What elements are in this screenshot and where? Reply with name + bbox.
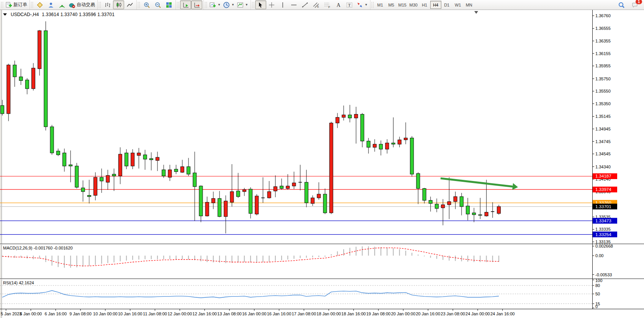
candle-body[interactable] (100, 177, 103, 181)
candle-body[interactable] (44, 31, 48, 127)
timeframe-m5-button[interactable]: M5 (386, 1, 397, 9)
candle-body[interactable] (342, 115, 346, 117)
candle-body[interactable] (392, 143, 395, 144)
market-watch-button[interactable] (34, 0, 45, 9)
notifications-button[interactable]: 1 (629, 0, 640, 9)
candle-body[interactable] (112, 174, 116, 176)
timeframe-m1-button[interactable]: M1 (375, 1, 386, 9)
search-button[interactable] (616, 0, 627, 9)
vertical-line-button[interactable] (277, 0, 288, 9)
timeframe-h1-button[interactable]: H1 (419, 1, 430, 9)
timeframe-mn-button[interactable]: MN (464, 1, 475, 9)
candle-body[interactable] (94, 177, 97, 195)
symbol-dropdown-icon[interactable] (3, 13, 7, 16)
candle-body[interactable] (478, 215, 482, 215)
timeframe-h4-button[interactable]: H4 (430, 1, 441, 9)
new-order-button[interactable]: 新订单 (4, 0, 28, 9)
zoom-out-button[interactable] (152, 0, 163, 9)
candle-body[interactable] (118, 154, 122, 176)
candle-body[interactable] (69, 165, 72, 166)
pane-separator[interactable] (0, 244, 644, 245)
candle-body[interactable] (317, 194, 321, 198)
data-window-button[interactable] (45, 0, 56, 9)
candle-body[interactable] (472, 213, 476, 215)
candle-body[interactable] (211, 199, 215, 203)
text-label-button[interactable]: T (344, 0, 355, 9)
new-chart-button[interactable]: ▼ (208, 0, 222, 9)
price-chart[interactable]: MACD(12,26,9) -0.001760 -0.001620RSI(14)… (0, 10, 644, 318)
arrows-button-dropdown-icon[interactable]: ▼ (365, 3, 368, 7)
candle-body[interactable] (236, 191, 240, 197)
chart-window[interactable]: USDCAD-,H4 1.33614 1.33740 1.33596 1.337… (0, 10, 644, 318)
profiles-button[interactable]: ▼ (222, 0, 236, 9)
candle-body[interactable] (280, 186, 283, 189)
timeframe-d1-button[interactable]: D1 (441, 1, 452, 9)
signals-button[interactable] (56, 0, 67, 9)
candlestick-chart-button[interactable] (113, 0, 124, 9)
candle-body[interactable] (466, 206, 470, 214)
candle-body[interactable] (354, 114, 358, 118)
candle-body[interactable] (137, 153, 141, 156)
candle-body[interactable] (305, 182, 308, 203)
candle-body[interactable] (423, 189, 426, 201)
candle-body[interactable] (267, 192, 271, 198)
candle-body[interactable] (460, 197, 463, 207)
zoom-in-button[interactable] (141, 0, 152, 9)
candle-body[interactable] (329, 123, 333, 213)
candle-body[interactable] (447, 202, 451, 205)
candle-body[interactable] (7, 65, 10, 114)
candle-body[interactable] (87, 196, 91, 197)
line-chart-button[interactable] (124, 0, 135, 9)
profiles-button-dropdown-icon[interactable]: ▼ (231, 3, 234, 7)
candle-body[interactable] (106, 175, 110, 182)
candle-body[interactable] (367, 141, 370, 147)
candle-body[interactable] (336, 117, 339, 123)
auto-scroll-button[interactable] (180, 0, 191, 9)
candle-body[interactable] (1, 106, 4, 114)
candle-body[interactable] (131, 153, 134, 166)
candle-body[interactable] (274, 187, 277, 191)
candle-body[interactable] (429, 201, 432, 204)
candle-body[interactable] (81, 188, 85, 192)
candle-body[interactable] (398, 140, 401, 144)
equidistant-channel-button[interactable]: E (311, 0, 322, 9)
fibonacci-button[interactable]: F (322, 0, 333, 9)
candle-body[interactable] (255, 196, 259, 214)
trendline-button[interactable] (300, 0, 311, 9)
candle-body[interactable] (361, 114, 364, 141)
candle-body[interactable] (224, 201, 228, 217)
auto-trading-button[interactable]: 自动交易 (67, 0, 96, 9)
candle-body[interactable] (385, 143, 389, 149)
candle-body[interactable] (149, 158, 153, 160)
candle-body[interactable] (180, 167, 184, 173)
candle-body[interactable] (323, 194, 327, 213)
horizontal-line-button[interactable] (288, 0, 300, 9)
templates-button[interactable]: ▼ (236, 0, 249, 9)
candle-body[interactable] (454, 197, 457, 202)
candle-body[interactable] (230, 192, 234, 202)
candle-body[interactable] (187, 167, 190, 174)
timeframe-m30-button[interactable]: M30 (408, 1, 419, 9)
candle-body[interactable] (243, 190, 246, 192)
templates-button-dropdown-icon[interactable]: ▼ (245, 3, 248, 7)
chart-shift-button[interactable] (191, 0, 202, 9)
candle-body[interactable] (416, 173, 420, 188)
candle-body[interactable] (373, 144, 377, 147)
candle-body[interactable] (404, 138, 408, 140)
candle-body[interactable] (292, 183, 296, 186)
candle-body[interactable] (143, 155, 147, 159)
timeframe-w1-button[interactable]: W1 (452, 1, 464, 9)
candle-body[interactable] (63, 153, 66, 166)
candle-body[interactable] (199, 186, 203, 216)
candle-body[interactable] (193, 173, 197, 187)
candle-body[interactable] (311, 198, 315, 204)
timeframe-m15-button[interactable]: M15 (397, 1, 408, 9)
candle-body[interactable] (162, 170, 166, 176)
tile-windows-button[interactable] (163, 0, 174, 9)
text-button[interactable]: A (333, 0, 344, 9)
candle-body[interactable] (441, 205, 445, 208)
candle-body[interactable] (25, 80, 29, 89)
candle-body[interactable] (168, 170, 172, 178)
candle-body[interactable] (50, 127, 54, 153)
candle-body[interactable] (348, 115, 352, 118)
